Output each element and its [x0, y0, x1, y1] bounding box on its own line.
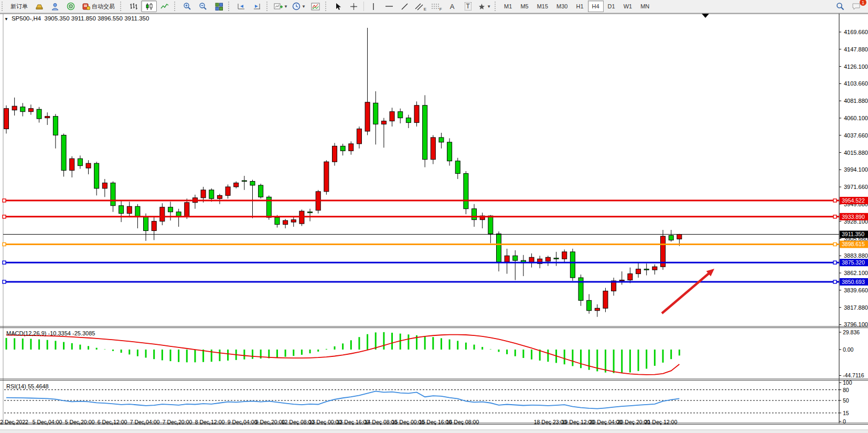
text-label-tool-button[interactable]: T [460, 1, 476, 12]
line-handle[interactable] [3, 199, 6, 202]
candle-body [53, 117, 58, 135]
candle-body [333, 146, 337, 162]
candle-body [390, 112, 394, 121]
crosshair-icon [350, 3, 358, 10]
horizontal-line-tool-button[interactable] [381, 1, 397, 12]
rsi-axis-label: 100 [843, 379, 852, 386]
candle-body [12, 106, 17, 110]
zoom-in-button[interactable] [179, 1, 195, 12]
candle-body [275, 217, 280, 224]
candle-body [570, 252, 575, 278]
zoom-out-button[interactable] [195, 1, 211, 12]
timeframe-M5[interactable]: M5 [516, 1, 532, 12]
trendline-icon [401, 3, 409, 10]
line-handle[interactable] [833, 199, 837, 202]
candle-body [628, 274, 633, 280]
trendline-tool-button[interactable] [397, 1, 413, 12]
auto-trading-button[interactable]: 自动交易 [79, 1, 119, 12]
timeframe-W1[interactable]: W1 [619, 1, 637, 12]
toolbar-grip[interactable] [325, 2, 329, 11]
price-tick-label: 4015.880 [844, 150, 868, 156]
bottom-strip [0, 430, 868, 433]
arrows-shapes-icon [478, 3, 486, 10]
search-button[interactable] [832, 1, 848, 12]
template-button[interactable] [308, 1, 324, 12]
line-handle[interactable] [3, 280, 6, 283]
toolbar-grip[interactable] [174, 2, 178, 11]
new-chart-button[interactable]: ▼ [272, 1, 290, 12]
line-handle[interactable] [833, 242, 837, 246]
candle-body [398, 112, 403, 118]
line-chart-type-button[interactable] [157, 1, 173, 12]
toolbar-grip[interactable] [495, 2, 498, 11]
candle-body [152, 221, 156, 231]
timeframe-M15[interactable]: M15 [533, 1, 552, 12]
rsi-axis-label: 0 [843, 418, 846, 425]
line-handle[interactable] [833, 261, 837, 264]
price-tick-label: 4126.100 [844, 64, 868, 70]
chart-surface[interactable]: 4169.6604147.8804126.1004103.6604081.880… [0, 13, 868, 433]
market-watch-icon[interactable] [47, 1, 63, 12]
price-tick-label: 4060.100 [844, 115, 868, 121]
timeframe-H1[interactable]: H1 [572, 1, 587, 12]
bar-chart-type-button[interactable] [125, 1, 141, 12]
toolbar-grip[interactable] [2, 2, 5, 11]
line-handle[interactable] [3, 242, 6, 246]
price-tick-label: 4103.660 [844, 80, 868, 87]
candle-body [37, 109, 41, 119]
line-handle[interactable] [833, 280, 837, 283]
arrows-tool-button[interactable]: ▼ [476, 1, 493, 12]
trend-arrow-line[interactable] [662, 272, 710, 313]
candle-body [160, 207, 165, 221]
text-tool-button[interactable]: A [444, 1, 460, 12]
candle-body [644, 269, 649, 270]
timeframe-H4[interactable]: H4 [588, 1, 604, 12]
timeframe-MN[interactable]: MN [636, 1, 653, 12]
caret-down-icon: ▼ [302, 4, 306, 9]
toolbar-grip[interactable] [266, 2, 270, 11]
cursor-tool-button[interactable] [330, 1, 346, 12]
line-handle[interactable] [3, 261, 6, 264]
timeframe-M30[interactable]: M30 [552, 1, 572, 12]
candle-body [226, 187, 230, 195]
timeframe-M1[interactable]: M1 [500, 1, 516, 12]
time-label: 8 Dec 12:00 [195, 419, 225, 425]
periods-button[interactable]: ▼ [290, 1, 308, 12]
new-order-button[interactable]: 新订单 [7, 1, 31, 12]
fibonacci-tool-button[interactable]: F [428, 1, 444, 12]
toolbar-grip[interactable] [228, 2, 232, 11]
candle-body [357, 129, 361, 144]
time-label: 5 Dec 20:00 [65, 419, 95, 425]
time-label: 9 Dec 04:00 [228, 419, 258, 425]
crosshair-tool-button[interactable] [346, 1, 362, 12]
vertical-line-tool-button[interactable] [366, 1, 381, 12]
chart-shift-button[interactable] [249, 1, 265, 12]
chart-shift-triangle[interactable] [702, 14, 709, 18]
person-icon [51, 3, 59, 10]
macd-axis-label: -44.7116 [843, 372, 864, 378]
line-handle[interactable] [833, 215, 837, 218]
candle-body [464, 174, 468, 209]
line-handle[interactable] [3, 215, 6, 218]
chart-profile-icon[interactable] [31, 1, 47, 12]
candle-body [4, 109, 9, 129]
price-tick-label: 4081.880 [844, 98, 868, 104]
time-label: 7 Dec 20:00 [163, 419, 192, 425]
tile-windows-button[interactable] [211, 1, 227, 12]
candle-body [340, 146, 345, 151]
chart-window[interactable]: ▼SP500-,H4 3905.350 3911.850 3896.550 39… [0, 13, 868, 433]
clock-icon [292, 2, 301, 10]
toolbar-grip[interactable] [120, 2, 124, 11]
notifications-button[interactable]: 1 [848, 1, 864, 12]
candle-body [488, 216, 493, 234]
auto-scroll-button[interactable] [233, 1, 249, 12]
candlestick-type-button[interactable] [141, 1, 157, 12]
candle-body [176, 212, 181, 217]
time-label: 21 Dec 12:00 [645, 419, 678, 425]
rsi-axis-label: 80 [843, 387, 849, 393]
channel-tool-button[interactable]: E [413, 1, 428, 12]
signal-icon[interactable] [63, 1, 79, 12]
candle-body [455, 161, 460, 174]
channel-sub-label: E [424, 7, 426, 12]
timeframe-D1[interactable]: D1 [604, 1, 619, 12]
